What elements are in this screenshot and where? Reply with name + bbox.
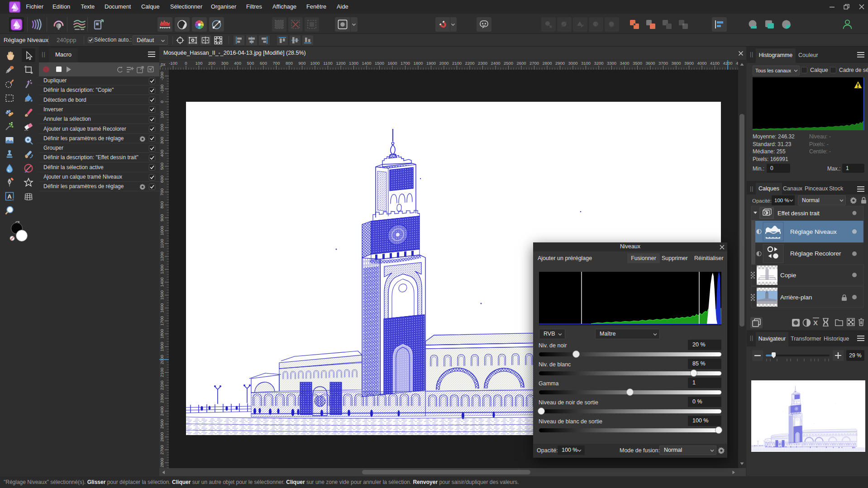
svg-text:400: 400: [234, 61, 241, 66]
svg-text:800: 800: [286, 61, 293, 66]
svg-text:1000: 1000: [310, 61, 320, 66]
svg-text:1500: 1500: [375, 61, 384, 66]
svg-text:2100: 2100: [159, 368, 164, 377]
svg-text:1700: 1700: [159, 316, 164, 326]
svg-text:1600: 1600: [159, 303, 164, 313]
svg-text:4000: 4000: [697, 61, 706, 66]
svg-text:1600: 1600: [387, 61, 397, 66]
svg-text:Réglage Recolorer: Réglage Recolorer: [790, 250, 841, 257]
svg-text:1900: 1900: [159, 342, 164, 351]
svg-text:600: 600: [159, 175, 164, 183]
svg-text:-200: -200: [159, 71, 164, 80]
svg-text:900: 900: [299, 61, 306, 66]
svg-text:1200: 1200: [159, 251, 164, 261]
svg-text:2800: 2800: [159, 458, 164, 467]
svg-text:2500: 2500: [504, 61, 513, 66]
svg-text:2600: 2600: [516, 61, 526, 66]
svg-text:3400: 3400: [620, 61, 629, 66]
svg-text:Copie: Copie: [780, 272, 796, 279]
svg-text:2700: 2700: [529, 61, 539, 66]
svg-text:2400: 2400: [159, 406, 164, 416]
svg-text:500: 500: [159, 163, 164, 170]
svg-text:2300: 2300: [478, 61, 487, 66]
svg-text:2900: 2900: [555, 61, 565, 66]
svg-text:2200: 2200: [159, 380, 164, 390]
svg-text:1400: 1400: [159, 277, 164, 287]
svg-text:2200: 2200: [465, 61, 474, 66]
svg-text:3100: 3100: [581, 61, 591, 66]
svg-text:-100: -100: [159, 85, 164, 93]
svg-text:700: 700: [159, 189, 164, 196]
svg-text:3900: 3900: [684, 61, 694, 66]
svg-text:Arrière-plan: Arrière-plan: [780, 294, 812, 301]
svg-text:400: 400: [159, 150, 164, 157]
svg-text:1100: 1100: [323, 61, 332, 66]
svg-text:1200: 1200: [336, 61, 345, 66]
svg-text:1000: 1000: [159, 226, 164, 235]
svg-text:3800: 3800: [671, 61, 681, 66]
svg-text:200: 200: [159, 124, 164, 131]
svg-text:1500: 1500: [159, 290, 164, 300]
svg-text:3700: 3700: [658, 61, 668, 66]
svg-text:2600: 2600: [159, 432, 164, 441]
svg-text:300: 300: [221, 61, 229, 66]
svg-text:2100: 2100: [452, 61, 462, 66]
svg-text:600: 600: [260, 61, 267, 66]
svg-text:300: 300: [159, 137, 164, 144]
svg-text:200: 200: [208, 61, 215, 66]
svg-text:1800: 1800: [413, 61, 423, 66]
svg-text:-100: -100: [169, 61, 177, 66]
svg-text:2700: 2700: [159, 445, 164, 455]
svg-text:1300: 1300: [349, 61, 358, 66]
svg-text:0: 0: [185, 61, 187, 66]
svg-text:500: 500: [247, 61, 254, 66]
svg-text:1800: 1800: [159, 329, 164, 338]
svg-text:Réglage Niveaux: Réglage Niveaux: [790, 228, 837, 235]
svg-text:3200: 3200: [594, 61, 603, 66]
svg-text:2800: 2800: [542, 61, 552, 66]
svg-text:1400: 1400: [362, 61, 371, 66]
svg-text:3000: 3000: [568, 61, 577, 66]
svg-text:0: 0: [159, 100, 164, 103]
svg-text:Effet dessin trait: Effet dessin trait: [777, 210, 820, 217]
svg-text:2500: 2500: [159, 419, 164, 429]
svg-text:100: 100: [196, 61, 203, 66]
svg-text:2000: 2000: [439, 61, 448, 66]
svg-text:900: 900: [159, 214, 164, 222]
svg-text:X: X: [813, 319, 818, 327]
svg-text:4100: 4100: [710, 61, 720, 66]
svg-text:100: 100: [159, 111, 164, 118]
svg-text:700: 700: [273, 61, 280, 66]
svg-text:1700: 1700: [401, 61, 410, 66]
svg-text:A: A: [7, 193, 12, 200]
svg-text:3500: 3500: [633, 61, 642, 66]
svg-text:1300: 1300: [159, 265, 164, 274]
svg-text:2300: 2300: [159, 393, 164, 403]
svg-text:3600: 3600: [645, 61, 655, 66]
svg-text:1100: 1100: [159, 239, 164, 248]
svg-text:800: 800: [159, 201, 164, 208]
svg-text:1900: 1900: [426, 61, 436, 66]
svg-text:2400: 2400: [491, 61, 500, 66]
svg-text:3300: 3300: [607, 61, 616, 66]
